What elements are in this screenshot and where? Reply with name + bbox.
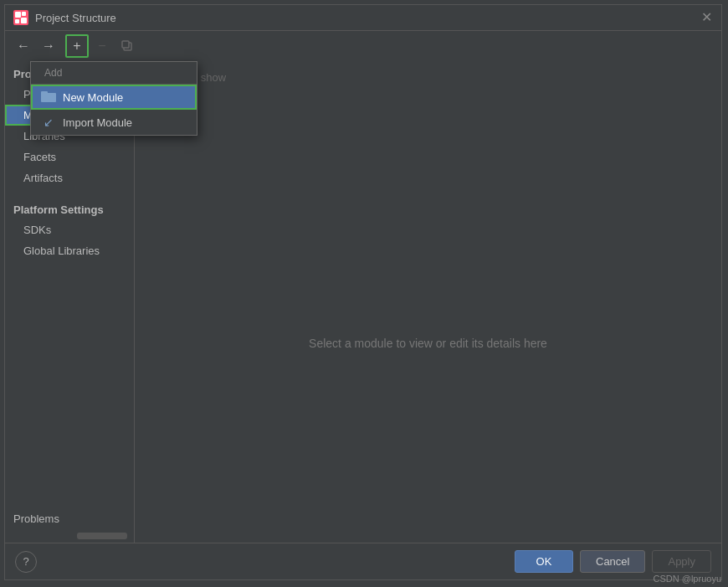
sidebar-item-global-libs[interactable]: Global Libraries	[5, 240, 134, 261]
title-bar: Project Structure ✕	[5, 5, 721, 31]
remove-button[interactable]: −	[90, 34, 114, 58]
new-module-item[interactable]: New Module	[31, 85, 197, 110]
title-left: Project Structure	[13, 10, 116, 25]
copy-icon	[121, 40, 133, 52]
sidebar-item-sdks[interactable]: SDKs	[5, 219, 134, 240]
cancel-button[interactable]: Cancel	[580, 550, 645, 573]
folder-module-icon	[41, 91, 56, 103]
back-button[interactable]: ←	[12, 34, 35, 58]
import-module-icon: ↙	[41, 116, 56, 129]
toolbar: ← → + − Add New Module	[5, 31, 721, 61]
svg-rect-4	[22, 12, 26, 16]
footer-left: ?	[15, 551, 37, 573]
import-module-item[interactable]: ↙ Import Module	[31, 110, 197, 135]
svg-rect-6	[122, 41, 129, 48]
csdn-credit: CSDN @lpruoyu	[654, 574, 721, 584]
svg-rect-3	[15, 19, 19, 23]
help-button[interactable]: ?	[15, 551, 37, 573]
main-panel: Nothing to show Select a module to view …	[135, 61, 721, 543]
dialog-title: Project Structure	[35, 12, 116, 24]
sidebar-item-facets[interactable]: Facets	[5, 147, 134, 167]
sidebar-spacer	[5, 188, 134, 197]
sidebar-item-artifacts[interactable]: Artifacts	[5, 167, 134, 188]
new-module-label: New Module	[63, 91, 123, 104]
apply-button[interactable]: Apply	[652, 550, 711, 573]
forward-button[interactable]: →	[37, 34, 60, 58]
footer: ? OK Cancel Apply	[5, 543, 721, 579]
close-button[interactable]: ✕	[700, 11, 713, 24]
sidebar-filler	[5, 261, 134, 508]
svg-rect-2	[21, 18, 27, 23]
platform-settings-header: Platform Settings	[5, 197, 134, 219]
select-hint: Select a module to view or edit its deta…	[135, 337, 721, 350]
svg-rect-1	[15, 12, 21, 18]
dropdown-menu: Add New Module ↙ Import Module	[30, 61, 197, 136]
project-structure-dialog: Project Structure ✕ ← → + − Add	[4, 4, 722, 580]
ok-button[interactable]: OK	[515, 550, 573, 573]
app-icon	[13, 10, 28, 25]
new-module-icon	[41, 90, 56, 104]
dropdown-header: Add	[31, 62, 197, 85]
import-module-label: Import Module	[63, 116, 132, 129]
sidebar-item-problems[interactable]: Problems	[5, 508, 134, 529]
scrollbar-indicator	[77, 533, 127, 539]
copy-button[interactable]	[115, 34, 139, 58]
nothing-to-show: Nothing to show	[135, 61, 721, 94]
footer-right: OK Cancel Apply	[515, 550, 711, 573]
add-button[interactable]: +	[65, 34, 89, 58]
